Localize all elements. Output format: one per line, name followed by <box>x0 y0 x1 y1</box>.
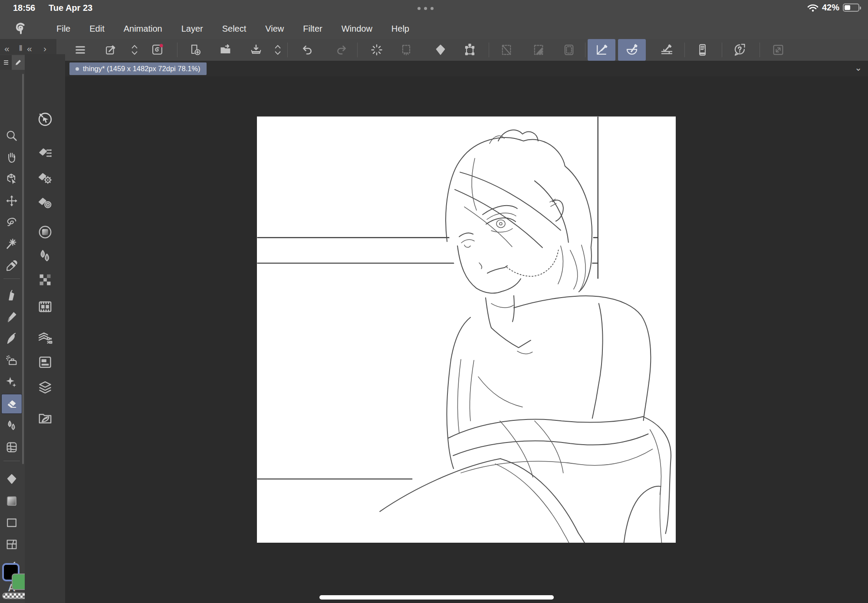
subtool-eraser-precision[interactable] <box>36 194 54 211</box>
canvas[interactable] <box>257 116 676 543</box>
deselect-button[interactable] <box>497 40 516 59</box>
tool-move[interactable] <box>1 191 22 211</box>
tool-hand[interactable] <box>1 147 22 167</box>
tool-figure[interactable] <box>1 513 22 533</box>
subtool-blend-drops[interactable] <box>36 247 54 265</box>
update-button[interactable] <box>367 40 386 59</box>
tool-gradient[interactable] <box>1 491 22 511</box>
menu-item[interactable]: Select <box>213 18 256 39</box>
quick-access-button[interactable] <box>101 40 120 59</box>
main-menu-button[interactable] <box>71 40 90 59</box>
wifi-icon <box>807 3 819 12</box>
panel-menu-icon[interactable] <box>0 55 12 70</box>
menu-item[interactable]: View <box>256 18 293 39</box>
subtool-layer-property[interactable] <box>36 330 54 347</box>
tool-auto-select[interactable] <box>1 234 22 254</box>
subtool-gradient-ball[interactable] <box>36 223 54 241</box>
fill-button[interactable] <box>431 40 450 59</box>
document-tab[interactable]: thingy* (1459 x 1482px 72dpi 78.1%) <box>69 62 207 75</box>
subtool-layer-template[interactable] <box>36 354 54 371</box>
tool-zoom[interactable] <box>1 126 22 146</box>
tool-brush[interactable] <box>1 329 22 349</box>
subtool-material-folder[interactable] <box>36 410 54 427</box>
invert-selection-button[interactable] <box>529 40 548 59</box>
selection-border-button[interactable] <box>559 40 579 59</box>
tool-frame-border[interactable] <box>1 534 22 554</box>
menu-item[interactable]: Edit <box>80 18 114 39</box>
clip-studio-icon <box>151 43 164 56</box>
canvas-workspace[interactable] <box>65 76 868 603</box>
snap-to-grid-button[interactable] <box>658 40 677 59</box>
save-button[interactable] <box>247 40 266 59</box>
tool-lasso[interactable] <box>1 213 22 233</box>
subtool-timeline[interactable] <box>36 298 54 315</box>
save-chevrons-button[interactable] <box>268 40 287 59</box>
eraser-target-icon <box>37 195 53 210</box>
tool-blend[interactable] <box>1 416 22 436</box>
open-file-button[interactable] <box>216 40 235 59</box>
collapse-left-icon[interactable]: « <box>4 43 10 54</box>
airbrush-icon <box>5 354 18 367</box>
tool-pencil[interactable] <box>1 307 22 327</box>
menu-items: File Edit Animation Layer Select View Fi… <box>47 18 419 39</box>
tool-eyedropper[interactable] <box>1 256 22 276</box>
tool-airbrush[interactable] <box>1 351 22 370</box>
menu-item[interactable]: Filter <box>293 18 332 39</box>
help-button[interactable] <box>730 40 750 59</box>
new-canvas-button[interactable] <box>186 40 205 59</box>
companion-mode-button[interactable] <box>693 40 712 59</box>
tab-list-chevron-icon[interactable]: ⌄ <box>855 62 862 73</box>
clip-studio-home-button[interactable] <box>148 40 167 59</box>
clock: 18:56 <box>13 3 35 13</box>
fullscreen-button[interactable] <box>769 40 788 59</box>
tool-marker-pen[interactable] <box>1 285 22 305</box>
menu-item[interactable]: Animation <box>114 18 172 39</box>
clip-studio-paint-logo-icon[interactable] <box>12 20 30 37</box>
gradient-icon <box>5 495 18 508</box>
layers-symbols-icon <box>37 331 53 346</box>
undo-button[interactable] <box>298 40 317 59</box>
eyedropper-icon <box>5 259 18 272</box>
tool-balloon[interactable] <box>1 600 22 603</box>
tool-scrollbar[interactable] <box>22 74 24 464</box>
subtool-pattern[interactable] <box>36 271 54 288</box>
updown-chevrons-icon <box>272 43 283 56</box>
document-tab-bar: thingy* (1459 x 1482px 72dpi 78.1%) ⌄ <box>65 61 868 76</box>
menu-item[interactable]: Layer <box>172 18 213 39</box>
transform-icon <box>464 43 477 56</box>
tool-fill-bucket[interactable] <box>1 469 22 489</box>
fill-bucket-icon <box>5 473 18 486</box>
expand-icon <box>772 43 785 56</box>
subtool-eraser-list[interactable] <box>36 144 54 162</box>
mesh-distort-icon <box>5 441 18 454</box>
undo-icon <box>301 43 314 56</box>
menu-item[interactable]: Help <box>382 18 419 39</box>
clear-button[interactable] <box>397 40 416 59</box>
magnifier-icon <box>5 129 18 142</box>
artwork-line-drawing <box>257 117 676 543</box>
tool-liquify[interactable] <box>1 437 22 457</box>
home-indicator[interactable] <box>319 595 554 600</box>
edit-pencil-icon[interactable] <box>12 55 25 70</box>
pattern-grid-icon <box>37 272 53 288</box>
stacked-layers-icon <box>37 379 53 395</box>
save-icon <box>250 43 263 56</box>
multitask-dots[interactable] <box>418 7 434 10</box>
tool-operate[interactable] <box>1 169 22 189</box>
document-title: thingy* (1459 x 1482px 72dpi 78.1%) <box>83 65 201 73</box>
object-selector[interactable] <box>36 111 54 128</box>
subtool-layer-stack[interactable] <box>36 378 54 396</box>
transform-button[interactable] <box>460 40 480 59</box>
redo-button[interactable] <box>332 40 351 59</box>
drag-handle-icon[interactable]: ⦀ <box>19 44 23 53</box>
collapse-chevrons-button[interactable] <box>125 40 144 59</box>
menu-item[interactable]: Window <box>332 18 382 39</box>
subtool-eraser-settings[interactable] <box>36 169 54 187</box>
tool-decoration[interactable] <box>1 372 22 392</box>
expand-right-icon[interactable]: › <box>43 43 46 54</box>
collapse-left-2-icon[interactable]: « <box>27 43 32 54</box>
menu-item[interactable]: File <box>47 18 80 39</box>
tool-eraser[interactable] <box>1 394 22 414</box>
snap-to-special-ruler-button[interactable] <box>618 39 646 61</box>
snap-to-ruler-button[interactable] <box>588 39 615 61</box>
